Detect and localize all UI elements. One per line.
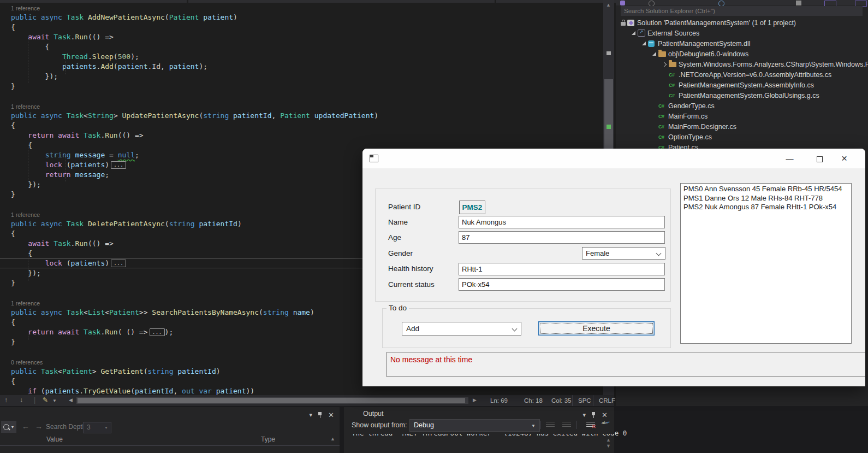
window-position-icon[interactable]: ▾: [310, 411, 313, 419]
collapse-all-icon[interactable]: [796, 1, 801, 5]
pin-icon[interactable]: [591, 411, 596, 419]
code-line: Thread.Sleep(500);: [0, 52, 603, 62]
column-header-value[interactable]: Value: [46, 436, 63, 443]
expander[interactable]: [661, 63, 669, 66]
prev-message-icon[interactable]: [546, 420, 555, 429]
health-history-input[interactable]: RHtt-1: [459, 263, 665, 275]
watch-search-button[interactable]: ▼: [1, 421, 16, 433]
watch-panel: ▾ ✕ ▼ ← → Search Depth: 3 ▼ Value Type ▲: [0, 407, 340, 453]
expanded-arrow-icon: [652, 52, 656, 56]
tree-item[interactable]: C#MainForm.cs: [616, 111, 868, 121]
tree-item-label: PatientManagementSystem.GlobalUsings.g.c…: [679, 92, 819, 99]
lock: [619, 20, 627, 26]
tree-item[interactable]: PatientManagementSystem.dll: [616, 38, 868, 49]
app-icon: [370, 155, 378, 162]
patient-listbox[interactable]: PMS0 Ann Svensson 45 Female RRb-45 HR/54…: [680, 183, 852, 344]
maximize-button[interactable]: [807, 149, 832, 168]
tree-item-label: External Sources: [647, 30, 699, 37]
pin-icon[interactable]: [318, 411, 323, 419]
window-position-icon[interactable]: ▾: [583, 411, 586, 419]
todo-action-dropdown[interactable]: Add: [402, 322, 521, 336]
tree-item[interactable]: C#PatientManagementSystem.AssemblyInfo.c…: [616, 80, 868, 90]
tree-item[interactable]: C#GenderType.cs: [616, 101, 868, 111]
tree-item[interactable]: C#PatientManagementSystem.GlobalUsings.g…: [616, 90, 868, 101]
lock-icon: [621, 22, 626, 26]
output-scrollbar-arrows[interactable]: ▲▼: [606, 437, 611, 449]
maximize-icon: [817, 156, 823, 162]
csharp-file-icon: C#: [658, 124, 664, 130]
close-button[interactable]: ✕: [832, 149, 857, 168]
back-arrow-icon[interactable]: ←: [22, 422, 29, 431]
tree-item[interactable]: C#MainForm.Designer.cs: [616, 121, 868, 132]
nav-up-icon[interactable]: ↑: [4, 396, 8, 404]
column-header-type[interactable]: Type: [261, 436, 275, 443]
word-wrap-icon[interactable]: ab↵: [602, 420, 610, 429]
expander[interactable]: [650, 52, 658, 56]
current-status-input[interactable]: POk-x54: [459, 278, 665, 291]
solution-explorer-search-input[interactable]: Search Solution Explorer (Ctrl+"): [621, 6, 863, 16]
code-line: if (patients.TryGetValue(patientId, out …: [0, 386, 603, 395]
name-label: Name: [388, 218, 408, 226]
next-message-icon[interactable]: [562, 420, 571, 429]
output-panel: Output ▾ ✕ The thread '.NET ThreadPool W…: [344, 407, 614, 453]
tree-item[interactable]: Solution 'PatientManagementSystem' (1 of…: [616, 17, 868, 28]
execute-button[interactable]: Execute: [538, 321, 655, 336]
age-input[interactable]: 87: [459, 231, 665, 244]
code-line: await Task.Run(() =>: [0, 32, 603, 42]
status-char[interactable]: Ch: 18: [519, 395, 548, 406]
patient-list-item[interactable]: PMS2 Nuk Amongus 87 Female RHtt-1 POk-x5…: [683, 203, 851, 212]
nav-down-icon[interactable]: ↓: [20, 396, 23, 404]
folder-icon: [658, 51, 666, 57]
collapsed-region[interactable]: ...: [111, 260, 126, 267]
folder-icon: [669, 62, 676, 67]
todo-group-caption: To do: [387, 304, 409, 312]
expander[interactable]: [640, 42, 648, 45]
output-source-dropdown[interactable]: Debug ▼: [409, 419, 540, 432]
chevron-down-icon: ▼: [11, 425, 15, 429]
health-history-label: Health history: [388, 264, 433, 273]
collapsed-region[interactable]: ...: [150, 328, 165, 336]
tree-item-label: Solution 'PatientManagementSystem' (1 of…: [637, 19, 796, 27]
collapsed-region[interactable]: ...: [111, 161, 126, 169]
scroll-right-icon[interactable]: ▶: [473, 397, 477, 403]
close-icon[interactable]: ✕: [602, 411, 608, 419]
show-output-from-label: Show output from:: [352, 421, 407, 429]
code-line: {: [0, 121, 603, 131]
dialog-title-bar[interactable]: — ✕: [362, 149, 865, 168]
close-icon[interactable]: ✕: [328, 411, 334, 419]
code-cleanup-icon[interactable]: ✎: [43, 396, 48, 404]
indent-guide: [66, 56, 66, 74]
clear-all-icon[interactable]: ✕: [586, 420, 595, 429]
forward-arrow-icon[interactable]: →: [35, 422, 43, 431]
csharp-file-icon: C#: [658, 114, 664, 119]
tree-item-label: obj\Debug\net6.0-windows: [668, 50, 748, 58]
tree-item[interactable]: C#OptionType.cs: [616, 132, 868, 142]
minimize-button[interactable]: —: [777, 149, 802, 168]
expander[interactable]: [629, 31, 638, 35]
tree-item[interactable]: System.Windows.Forms.Analyzers.CSharp\Sy…: [616, 59, 868, 69]
tree-item-label: System.Windows.Forms.Analyzers.CSharp\Sy…: [679, 61, 868, 68]
scroll-up-icon[interactable]: ▲: [606, 2, 611, 8]
home-icon[interactable]: [620, 1, 625, 5]
tree-item[interactable]: C#.NETCoreApp,Version=v6.0.AssemblyAttri…: [616, 69, 868, 80]
code-line: });: [0, 72, 603, 81]
scrollbar-change-marker: [607, 125, 611, 129]
gender-dropdown[interactable]: Female: [582, 247, 665, 260]
patient-list-item[interactable]: PMS1 Danne Ors 12 Male RHs-84 RHT-778: [683, 194, 851, 203]
tree-item-label: MainForm.Designer.cs: [668, 123, 736, 131]
search-depth-dropdown[interactable]: 3 ▼: [83, 422, 111, 433]
scroll-up-icon[interactable]: ▲: [330, 436, 335, 442]
editor-horizontal-scrollbar[interactable]: [76, 397, 468, 404]
name-input[interactable]: Nuk Amongus: [459, 216, 665, 228]
message-box: No message at this time: [387, 352, 865, 377]
patient-list-item[interactable]: PMS0 Ann Svensson 45 Female RRb-45 HR/54…: [683, 185, 851, 194]
status-line[interactable]: Ln: 69: [485, 395, 513, 406]
toolbar-separator: [540, 421, 541, 429]
panel-title: Output: [363, 410, 384, 417]
tree-item[interactable]: obj\Debug\net6.0-windows: [616, 49, 868, 59]
scroll-left-icon[interactable]: ◀: [69, 397, 73, 403]
tree-item[interactable]: External Sources: [616, 28, 868, 38]
scrollbar-thumb[interactable]: [78, 398, 465, 403]
chevron-down-icon[interactable]: ▼: [52, 398, 57, 403]
code-line: patients.Add(patient.Id, patient);: [0, 62, 603, 72]
